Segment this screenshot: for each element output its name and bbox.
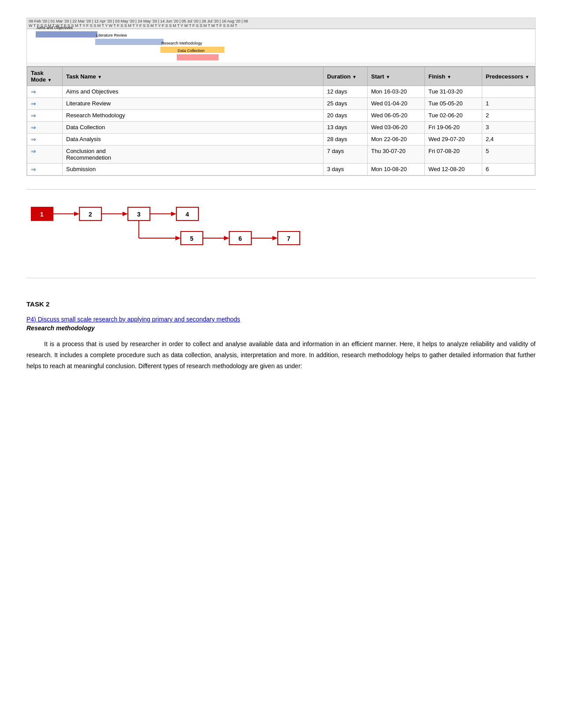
network-svg: 1 2 3 4 [31,203,339,260]
col-start[interactable]: Start ▼ [368,67,425,86]
cell-finish: Tue 05-05-20 [425,98,482,110]
cell-finish: Tue 31-03-20 [425,86,482,98]
cell-finish: Wed 29-07-20 [425,134,482,146]
network-diagram: 1 2 3 4 [31,203,361,265]
gantt-bars-area: Aims and Objectives Literature Review Re… [27,29,535,62]
cell-predecessors: 2 [482,110,535,122]
node-3-label: 3 [137,211,141,218]
task-mode-icon: ⇒ [31,166,36,173]
cell-predecessors: 6 [482,164,535,175]
table-row: ⇒ Data Collection 13 days Wed 03-06-20 F… [27,122,535,134]
cell-task-mode: ⇒ [27,122,63,134]
network-section: 1 2 3 4 [26,189,536,278]
arrowhead-5-6 [224,236,229,240]
node-7-label: 7 [287,235,290,242]
cell-duration: 7 days [324,146,368,164]
cell-finish: Wed 12-08-20 [425,164,482,175]
table-row: ⇒ Conclusion andRecommendetion 7 days Th… [27,146,535,164]
cell-task-name: Submission [63,164,324,175]
timeline-dates: 09 Feb '20 | 01 Mar '20 | 22 Mar '20 | 1… [29,19,248,23]
cell-duration: 12 days [324,86,368,98]
node-6-label: 6 [238,235,242,242]
cell-duration: 3 days [324,164,368,175]
col-task-mode[interactable]: Task Mode ▼ [27,67,63,86]
col-predecessors[interactable]: Predecessors ▼ [482,67,535,86]
task-mode-icon: ⇒ [31,148,36,155]
node-5-label: 5 [190,235,194,242]
cell-task-name: Data Collection [63,122,324,134]
cell-start: Mon 16-03-20 [368,86,425,98]
task2-title: TASK 2 [26,300,536,308]
cell-duration: 28 days [324,134,368,146]
cell-start: Mon 10-08-20 [368,164,425,175]
cell-start: Thu 30-07-20 [368,146,425,164]
cell-task-mode: ⇒ [27,146,63,164]
cell-task-mode: ⇒ [27,110,63,122]
col-duration[interactable]: Duration ▼ [324,67,368,86]
cell-task-mode: ⇒ [27,134,63,146]
cell-task-name: Conclusion andRecommendetion [63,146,324,164]
gantt-container: 09 Feb '20 | 01 Mar '20 | 22 Mar '20 | 1… [26,18,536,176]
arrowhead-6-7 [272,236,278,240]
node-1-label: 1 [40,211,44,218]
col-task-name[interactable]: Task Name ▼ [63,67,324,86]
cell-start: Wed 06-05-20 [368,110,425,122]
cell-finish: Tue 02-06-20 [425,110,482,122]
task-mode-icon: ⇒ [31,124,36,131]
cell-task-mode: ⇒ [27,98,63,110]
cell-start: Mon 22-06-20 [368,134,425,146]
cell-task-name: Research Methodology [63,110,324,122]
cell-start: Wed 03-06-20 [368,122,425,134]
node-2-label: 2 [89,211,92,218]
bar-data: Data Collection [177,54,219,60]
table-row: ⇒ Aims and Objectives 12 days Mon 16-03-… [27,86,535,98]
gantt-chart-area: 09 Feb '20 | 01 Mar '20 | 22 Mar '20 | 1… [27,18,535,67]
node-4-label: 4 [186,211,189,218]
task2-paragraph: It is a process that is used by research… [26,339,536,372]
gantt-table: Task Mode ▼ Task Name ▼ Duration ▼ Start… [27,67,535,175]
arrowhead-2-3 [123,212,128,216]
table-row: ⇒ Data Analysis 28 days Mon 22-06-20 Wed… [27,134,535,146]
cell-finish: Fri 07-08-20 [425,146,482,164]
table-row: ⇒ Literature Review 25 days Wed 01-04-20… [27,98,535,110]
cell-duration: 13 days [324,122,368,134]
cell-predecessors [482,86,535,98]
bar-aims: Aims and Objectives [36,31,97,37]
task-mode-icon: ⇒ [31,136,36,143]
task2-subtitle-link[interactable]: P4) Discuss small scale research by appl… [26,316,536,323]
cell-task-name: Data Analysis [63,134,324,146]
bar-data-label: Data Collection [178,49,205,53]
task-mode-icon: ⇒ [31,88,36,95]
cell-duration: 25 days [324,98,368,110]
bar-lit: Literature Review [95,39,164,45]
cell-task-name: Aims and Objectives [63,86,324,98]
cell-duration: 20 days [324,110,368,122]
cell-predecessors: 5 [482,146,535,164]
arrowhead-1-2 [74,212,79,216]
table-row: ⇒ Submission 3 days Mon 10-08-20 Wed 12-… [27,164,535,175]
bar-lit-label: Literature Review [96,33,127,37]
bar-aims-label: Aims and Objectives [37,26,73,30]
task2-subtitle-italic: Research methodology [26,325,536,332]
cell-task-mode: ⇒ [27,86,63,98]
arrowhead-to-5 [175,236,181,240]
timeline-header: 09 Feb '20 | 01 Mar '20 | 22 Mar '20 | 1… [27,18,535,29]
task-mode-icon: ⇒ [31,100,36,107]
cell-start: Wed 01-04-20 [368,98,425,110]
cell-predecessors: 1 [482,98,535,110]
cell-predecessors: 3 [482,122,535,134]
task2-section: TASK 2 P4) Discuss small scale research … [26,300,536,372]
cell-task-mode: ⇒ [27,164,63,175]
cell-predecessors: 2,4 [482,134,535,146]
arrowhead-3-4 [171,212,176,216]
cell-finish: Fri 19-06-20 [425,122,482,134]
table-row: ⇒ Research Methodology 20 days Wed 06-05… [27,110,535,122]
task-mode-icon: ⇒ [31,112,36,119]
bar-res-label: Research Methodology [161,41,202,45]
cell-task-name: Literature Review [63,98,324,110]
col-finish[interactable]: Finish ▼ [425,67,482,86]
